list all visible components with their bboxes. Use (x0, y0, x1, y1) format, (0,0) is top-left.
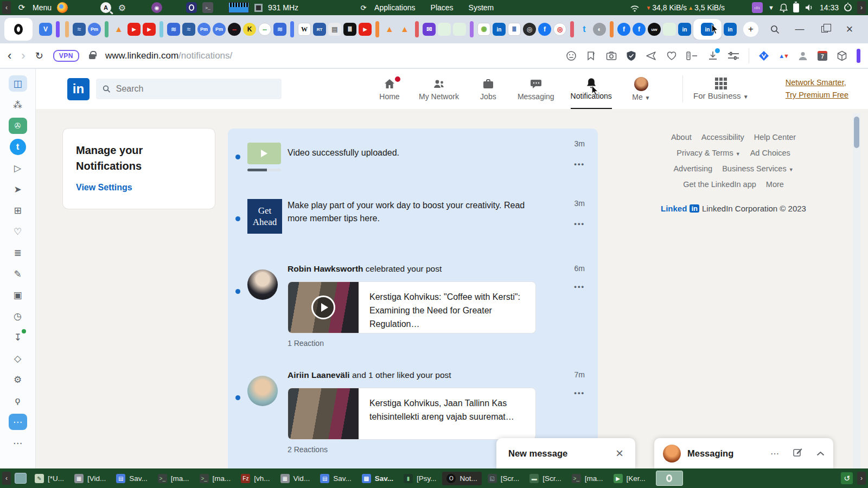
tab-fox-icon[interactable]: ▲ (398, 23, 411, 36)
trash-icon[interactable]: ↺ (841, 472, 853, 484)
tab-pale-tab[interactable] (438, 23, 451, 36)
tab-museum-blue-icon[interactable]: Ⅲ (508, 23, 521, 36)
taskbar-window-vid[interactable]: ▦[Vid... (70, 472, 110, 485)
new-tab-button[interactable]: + (743, 22, 758, 37)
tab-target-red-icon[interactable]: ◎ (553, 23, 566, 36)
taskbar-window-sav[interactable]: ▤Sav... (358, 472, 398, 485)
chat-bubble-icon[interactable]: ⋯ (9, 414, 27, 430)
expand-chevron-icon[interactable] (816, 448, 825, 458)
volume-icon[interactable] (805, 3, 814, 12)
opera-icon[interactable] (186, 2, 197, 13)
notification-headline[interactable]: Robin Hawksworth celebrated your post (288, 264, 536, 274)
tab-group-separator[interactable] (290, 21, 294, 37)
scrollbar-thumb[interactable] (854, 117, 859, 148)
tab-wikipedia-icon[interactable]: W (298, 23, 311, 36)
menu-logo-icon[interactable]: ⟳ (16, 2, 27, 13)
view-settings-link[interactable]: View Settings (76, 183, 132, 192)
tab-youtube-icon[interactable]: ▶ (127, 23, 141, 36)
settings-gears-icon[interactable]: ⚙ (117, 2, 127, 13)
search-input[interactable] (116, 84, 275, 94)
terminal-icon[interactable]: >_ (202, 2, 213, 13)
taskbar-window-sav[interactable]: ▤Sav... (112, 472, 152, 485)
taskbar-expand-icon[interactable]: › (857, 472, 866, 485)
footer-link-privacy-terms[interactable]: Privacy & Terms▼ (676, 149, 740, 157)
linkedin-logo[interactable]: in (67, 78, 90, 100)
footer-link-advertising[interactable]: Advertising (673, 164, 712, 173)
tab-search-icon[interactable] (769, 24, 780, 35)
post-video-thumbnail[interactable] (288, 282, 359, 333)
tab-archive-museum-icon[interactable]: Ⅲ (343, 23, 356, 36)
tab-dots-green-icon[interactable]: ••• (258, 23, 271, 36)
taskbar-window-not[interactable]: ONot... (442, 472, 481, 485)
tab-twitter-icon[interactable]: t (578, 23, 591, 36)
notification-item[interactable]: Robin Hawksworth celebrated your post Ke… (228, 252, 598, 358)
taskbar-window-vid[interactable]: ▦Vid... (276, 472, 315, 485)
tab-facebook-icon[interactable]: f (633, 23, 646, 36)
notifications-bell-icon[interactable] (780, 3, 788, 12)
address-bar[interactable]: www.linkedin.com/notifications/ (105, 50, 556, 61)
messaging-panel[interactable]: Messaging ⋯ (654, 438, 833, 468)
tab-fox-icon[interactable]: ▲ (112, 23, 125, 36)
tab-doc-gray-icon[interactable]: ▤ (328, 23, 341, 36)
close-icon[interactable]: × (844, 24, 855, 35)
places-menu[interactable]: Places (431, 3, 454, 12)
tab-mail-purple-icon[interactable]: ✉ (423, 23, 436, 36)
show-desktop-icon[interactable] (15, 473, 27, 484)
tab-youtube-icon[interactable]: ▶ (359, 23, 372, 36)
apps-grid-icon[interactable]: ⊞ (9, 202, 27, 219)
tab-pale-tab[interactable] (663, 23, 676, 36)
for-business-menu[interactable]: For Business ▼ (693, 69, 749, 109)
account-extension-icon[interactable] (797, 50, 808, 61)
search-box[interactable] (96, 79, 282, 99)
tab-group-separator[interactable] (375, 21, 379, 37)
applications-menu[interactable]: Applications (374, 3, 416, 12)
heart-icon[interactable]: ♡ (9, 223, 27, 240)
taskbar-window-u[interactable]: ✎[*U... (30, 472, 68, 485)
history-icon[interactable]: ◷ (9, 308, 27, 324)
post-preview-card[interactable]: Kerstiga Kohvikus: "Coffee with Kersti":… (288, 281, 536, 333)
page-scrollbar[interactable] (853, 113, 860, 468)
reload-icon[interactable]: ↻ (35, 50, 43, 62)
tab-group-separator[interactable] (415, 21, 419, 37)
panel-expand-icon[interactable]: › (857, 1, 866, 14)
tab-group-separator[interactable] (105, 21, 108, 37)
traffic-arrows-icon[interactable]: ▲▼ (778, 53, 788, 59)
tab-protonmail-icon[interactable]: Pm (213, 23, 226, 36)
tab-vivaldi-icon[interactable]: V (39, 23, 52, 36)
footer-link-about[interactable]: About (671, 133, 692, 142)
nav-me[interactable]: Me ▼ (628, 69, 654, 109)
reading-list-icon[interactable]: ◫ (9, 75, 27, 92)
shield-check-icon[interactable] (626, 50, 636, 61)
nav-my-network[interactable]: My Network (419, 69, 459, 109)
post-title[interactable]: Kerstiga Kohvikus: "Coffee with Kersti":… (359, 282, 535, 333)
system-menu[interactable]: System (469, 3, 494, 12)
taskbar-window-psy[interactable]: ▮[Psy... (399, 472, 441, 485)
back-icon[interactable]: ‹ (8, 50, 11, 62)
taskbar-window-ma[interactable]: >_[ma... (567, 472, 608, 485)
vivaldi-extension-icon[interactable] (758, 50, 769, 61)
nav-jobs[interactable]: Jobs (475, 69, 501, 109)
notification-item[interactable]: Video successfully uploaded. 3m ••• (228, 129, 598, 191)
minimize-icon[interactable]: — (794, 24, 805, 35)
news-icon[interactable]: ≣ (9, 245, 27, 261)
tab-dots-red-black-icon[interactable]: ••• (228, 23, 241, 36)
tab-group-separator[interactable] (159, 21, 163, 37)
post-preview-card[interactable]: Kerstiga Kohvikus, Jaan Tallinn Kas tehi… (288, 388, 536, 440)
more-icon[interactable]: ⋯ (9, 435, 27, 451)
nav-home[interactable]: Home (376, 69, 403, 109)
taskbar-window-sav[interactable]: ▤Sav... (316, 472, 356, 485)
actor-name[interactable]: Robin Hawksworth (288, 264, 363, 273)
play-circle-icon[interactable]: ▷ (9, 160, 27, 176)
nav-messaging[interactable]: Messaging (518, 69, 554, 109)
tab-protonmail-icon[interactable]: Pm (197, 23, 210, 36)
opera-launcher-button[interactable] (656, 471, 683, 486)
tab-linkedin-icon[interactable]: in (678, 23, 691, 36)
tab-uw-black-icon[interactable]: uw (648, 23, 661, 36)
footer-link-get-the-linkedin-app[interactable]: Get the LinkedIn app (683, 180, 756, 189)
compose-icon[interactable]: ✎ (9, 266, 27, 282)
settings-icon[interactable]: ⚙ (9, 371, 27, 388)
reactions-count[interactable]: 1 Reaction (288, 339, 585, 350)
premium-link-line1[interactable]: Network Smarter, (786, 78, 846, 87)
post-thumbnail[interactable] (288, 388, 359, 439)
opera-menu-button[interactable] (4, 18, 33, 41)
